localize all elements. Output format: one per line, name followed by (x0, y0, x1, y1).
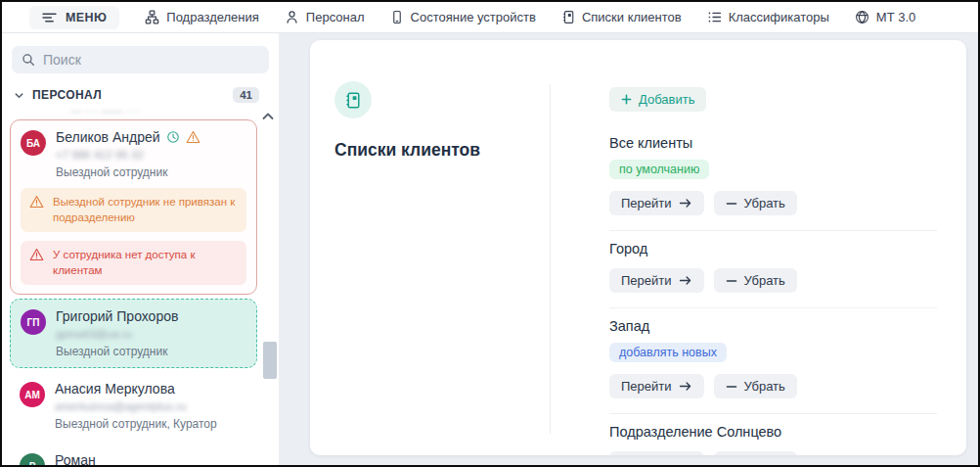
plus-icon (621, 94, 632, 105)
panel-header-column: Списки клиентов (310, 40, 550, 455)
avatar: БА (21, 130, 46, 156)
avatar: АМ (20, 382, 45, 407)
scroll-up-chevron[interactable] (262, 110, 274, 122)
client-list-name: Город (609, 241, 937, 257)
remove-button[interactable]: Убрать (714, 191, 797, 215)
remove-button[interactable]: Убрать (714, 268, 797, 293)
client-lists: Все клиентыпо умолчаниюПерейтиУбратьГоро… (609, 125, 937, 455)
go-button-label: Перейти (621, 379, 672, 394)
go-button-label: Перейти (621, 273, 672, 288)
sidebar-scrollbar-thumb[interactable] (263, 342, 277, 379)
nav-item-personnel[interactable]: Персонал (285, 10, 365, 24)
client-list-name: Запад (609, 318, 937, 334)
nav-item-label: Состояние устройств (411, 10, 536, 24)
warning-icon (29, 195, 44, 209)
client-list-badge: добавлять новых (609, 343, 727, 362)
nav-item-mt3[interactable]: МТ 3.0 (855, 10, 915, 24)
personnel-count-badge: 41 (233, 87, 259, 103)
clock-icon (166, 130, 180, 144)
top-navigation: МЕНЮ ПодразделенияПерсоналСостояние устр… (2, 2, 978, 33)
go-button[interactable]: Перейти (609, 451, 704, 455)
go-button[interactable]: Перейти (609, 374, 704, 398)
warning-icon (186, 130, 200, 144)
person-card-grigoriy-prohorov[interactable]: ГПГригорий Прохоровgpmail3@ua.ruВыездной… (10, 299, 257, 368)
person-name: Роман (55, 452, 96, 465)
client-list-badge: по умолчанию (609, 160, 709, 179)
minus-icon (726, 385, 737, 389)
add-list-button[interactable]: Добавить (609, 87, 706, 112)
nav-item-subdivisions[interactable]: Подразделения (145, 10, 259, 24)
page-title: Списки клиентов (334, 140, 550, 161)
arrow-right-icon (679, 381, 692, 392)
person-card-belikov-andrey[interactable]: БАБеликов Андрей+7 986 412 95 32Выездной… (10, 119, 257, 295)
personnel-list: БАБеликов Андрей+7 986 412 95 32Выездной… (2, 116, 279, 465)
menu-button[interactable]: МЕНЮ (29, 6, 119, 29)
content-area: Списки клиентов Добавить Все клиентыпо у… (279, 33, 978, 465)
globe-icon (855, 10, 869, 24)
person-name: Анасия Меркулова (55, 381, 175, 397)
client-list-item-gorod: ГородПерейтиУбрать (609, 231, 937, 308)
person-warning-text: У сотрудника нет доступа к клиентам (53, 248, 238, 278)
person-warning: У сотрудника нет доступа к клиентам (21, 241, 246, 285)
person-name: Григорий Прохоров (56, 308, 178, 324)
warning-icon (29, 248, 44, 261)
search-input[interactable] (43, 52, 259, 68)
go-button[interactable]: Перейти (609, 191, 704, 215)
sidebar: ПЕРСОНАЛ 41 — ···· —— ···· БАБеликов Анд… (2, 33, 279, 465)
person-icon (285, 10, 299, 24)
minus-icon (726, 279, 737, 283)
hamburger-icon (42, 12, 57, 23)
person-role: Выездной сотрудник (56, 345, 178, 358)
remove-button-label: Убрать (744, 379, 785, 394)
book-icon (334, 81, 372, 118)
person-warning-text: Выездной сотрудник не привязан к подразд… (53, 195, 238, 225)
personnel-section-title: ПЕРСОНАЛ (32, 88, 102, 102)
person-card-roman[interactable]: РРоман+7 900 333 63 21Выездной сотрудник (10, 444, 257, 465)
client-lists-panel: Списки клиентов Добавить Все клиентыпо у… (310, 40, 966, 455)
nav-item-label: МТ 3.0 (876, 10, 915, 24)
minus-icon (726, 202, 737, 206)
search-icon (22, 53, 35, 67)
book-icon (561, 10, 575, 24)
arrow-right-icon (679, 198, 692, 209)
person-name: Беликов Андрей (56, 129, 160, 145)
menu-label: МЕНЮ (66, 11, 107, 24)
client-list-item-all-clients: Все клиентыпо умолчаниюПерейтиУбрать (609, 125, 937, 231)
person-warning: Выездной сотрудник не привязан к подразд… (21, 188, 246, 232)
client-list-name: Все клиенты (609, 135, 937, 151)
partial-scrolled-row: — ···· —— ···· (70, 105, 249, 114)
client-list-item-solncevo: Подразделение СолнцевоПерейтиУбрать (609, 414, 937, 455)
org-chart-icon (145, 10, 159, 24)
client-list-item-zapad: Западдобавлять новыхПерейтиУбрать (609, 308, 937, 414)
person-contact-masked: +7 986 412 95 32 (56, 149, 200, 161)
nav-item-label: Персонал (306, 10, 365, 24)
nav-item-device-status[interactable]: Состояние устройств (390, 10, 536, 24)
app-window: { "topnav": { "menu_label": "МЕНЮ", "ite… (0, 0, 980, 467)
person-role: Выездной сотрудник, Куратор (55, 417, 217, 431)
remove-button[interactable]: Убрать (714, 374, 797, 398)
avatar: ГП (21, 309, 46, 335)
person-contact-masked: amerkulova@agentplus.ru (55, 400, 217, 412)
avatar: Р (20, 453, 45, 465)
client-list-name: Подразделение Солнцево (609, 424, 937, 440)
remove-button-label: Убрать (744, 273, 785, 288)
person-contact-masked: gpmail3@ua.ru (56, 328, 178, 340)
nav-items: ПодразделенияПерсоналСостояние устройств… (145, 10, 915, 24)
nav-item-label: Списки клиентов (582, 10, 682, 24)
remove-button[interactable]: Убрать (714, 451, 797, 455)
add-list-label: Добавить (639, 92, 694, 107)
go-button-label: Перейти (621, 196, 672, 210)
go-button[interactable]: Перейти (609, 268, 704, 293)
nav-item-label: Классификаторы (729, 10, 829, 24)
nav-item-classifiers[interactable]: Классификаторы (707, 10, 829, 24)
client-lists-column: Добавить Все клиентыпо умолчаниюПерейтиУ… (551, 40, 966, 455)
search-box[interactable] (12, 46, 269, 73)
personnel-section-header[interactable]: ПЕРСОНАЛ 41 (2, 82, 279, 105)
smartphone-icon (390, 10, 404, 24)
nav-item-client-lists[interactable]: Списки клиентов (561, 10, 682, 24)
remove-button-label: Убрать (744, 196, 785, 210)
classifier-list-icon (707, 10, 722, 24)
arrow-right-icon (679, 275, 692, 286)
person-card-anasiya-merkulova[interactable]: АМАнасия Меркуловаamerkulova@agentplus.r… (10, 372, 257, 440)
chevron-down-icon (14, 90, 24, 101)
